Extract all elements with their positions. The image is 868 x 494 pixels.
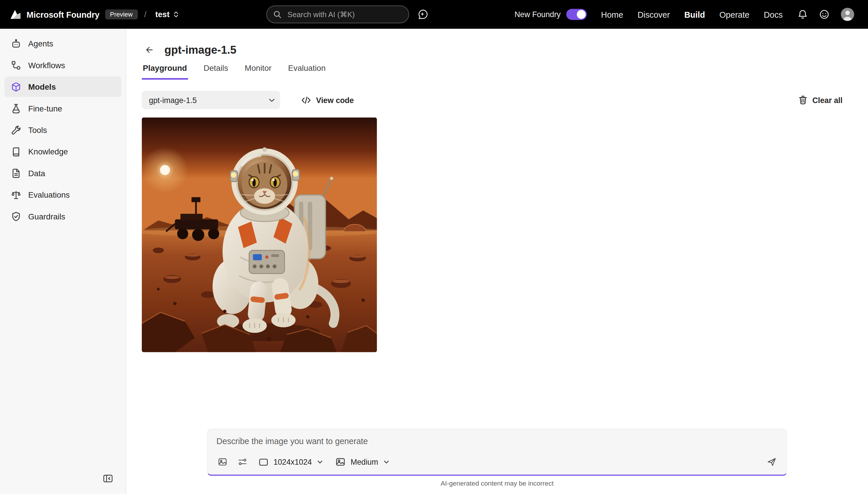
tab-details[interactable]: Details bbox=[202, 63, 229, 79]
chevron-down-icon bbox=[268, 95, 276, 104]
add-image-icon[interactable] bbox=[214, 454, 231, 470]
clear-all-label: Clear all bbox=[812, 95, 843, 104]
back-arrow-icon[interactable] bbox=[142, 42, 157, 57]
sidebar-item-label: Fine-tune bbox=[28, 104, 62, 113]
bell-icon[interactable] bbox=[796, 8, 809, 21]
topbar-center bbox=[267, 5, 431, 23]
feedback-icon[interactable] bbox=[817, 8, 831, 21]
sidebar: Agents Workflows Models bbox=[0, 29, 126, 494]
page-header: gpt-image-1.5 bbox=[142, 42, 868, 57]
topbar-action-icons bbox=[796, 6, 856, 23]
trash-icon bbox=[797, 95, 808, 105]
new-foundry-group: New Foundry bbox=[515, 9, 587, 20]
app-window: Microsoft Foundry Preview / test bbox=[0, 0, 868, 494]
sidebar-item-models[interactable]: Models bbox=[4, 76, 121, 97]
settings-sliders-icon[interactable] bbox=[234, 454, 251, 470]
tab-playground[interactable]: Playground bbox=[142, 63, 188, 79]
page-title: gpt-image-1.5 bbox=[164, 43, 236, 56]
project-name: test bbox=[155, 10, 170, 19]
brand-title: Microsoft Foundry bbox=[27, 10, 99, 19]
breadcrumb-separator: / bbox=[144, 10, 146, 19]
guardrails-icon bbox=[11, 211, 21, 222]
search-input[interactable] bbox=[286, 10, 403, 19]
tab-bar: Playground Details Monitor Evaluation bbox=[142, 63, 868, 79]
image-size-selector[interactable]: 1024x1024 bbox=[254, 454, 328, 470]
tab-monitor[interactable]: Monitor bbox=[244, 63, 273, 79]
composer-area: 1024x1024 bbox=[207, 429, 787, 487]
prompt-composer[interactable]: 1024x1024 bbox=[207, 429, 787, 476]
sidebar-item-label: Agents bbox=[28, 39, 53, 48]
nav-home[interactable]: Home bbox=[601, 10, 623, 19]
collapse-sidebar-icon[interactable] bbox=[100, 471, 116, 486]
image-quality-value: Medium bbox=[351, 457, 378, 467]
code-icon bbox=[300, 94, 312, 106]
tab-evaluation[interactable]: Evaluation bbox=[287, 63, 327, 79]
clear-all-button[interactable]: Clear all bbox=[794, 91, 846, 109]
chevron-down-icon bbox=[383, 458, 391, 466]
view-code-button[interactable]: View code bbox=[297, 91, 357, 109]
new-foundry-label: New Foundry bbox=[515, 10, 561, 19]
search-icon bbox=[273, 10, 282, 19]
aspect-ratio-icon bbox=[258, 456, 269, 467]
search-bar[interactable] bbox=[267, 5, 409, 23]
sidebar-item-knowledge[interactable]: Knowledge bbox=[4, 141, 121, 162]
generated-image[interactable] bbox=[142, 117, 377, 353]
sidebar-item-data[interactable]: Data bbox=[4, 163, 121, 184]
nav-build[interactable]: Build bbox=[684, 10, 705, 19]
fine-tune-icon bbox=[11, 103, 21, 114]
quality-icon bbox=[335, 456, 346, 467]
sidebar-item-agents[interactable]: Agents bbox=[4, 33, 121, 54]
view-code-label: View code bbox=[316, 95, 354, 104]
sidebar-item-tools[interactable]: Tools bbox=[4, 119, 121, 140]
preview-badge: Preview bbox=[105, 9, 138, 19]
main-content: gpt-image-1.5 Playground Details Monitor… bbox=[126, 29, 868, 494]
send-icon[interactable] bbox=[763, 454, 780, 470]
prompt-input[interactable] bbox=[208, 429, 787, 454]
data-icon bbox=[11, 168, 21, 178]
agents-icon bbox=[11, 38, 21, 49]
sidebar-item-label: Data bbox=[28, 169, 45, 178]
knowledge-icon bbox=[11, 146, 21, 157]
sidebar-item-label: Models bbox=[28, 82, 56, 91]
toggle-knob bbox=[577, 10, 586, 19]
model-select-value: gpt-image-1.5 bbox=[149, 95, 197, 104]
sidebar-item-fine-tune[interactable]: Fine-tune bbox=[4, 98, 121, 119]
foundry-logo-icon[interactable] bbox=[9, 8, 21, 21]
sidebar-item-guardrails[interactable]: Guardrails bbox=[4, 206, 121, 227]
sidebar-item-label: Evaluations bbox=[28, 190, 70, 199]
project-switcher-icon bbox=[172, 11, 180, 18]
ai-disclaimer: AI-generated content may be incorrect bbox=[207, 479, 787, 487]
topbar: Microsoft Foundry Preview / test bbox=[0, 0, 868, 29]
topbar-right: New Foundry Home Discover Build Operate … bbox=[515, 6, 856, 23]
nav-docs[interactable]: Docs bbox=[764, 10, 783, 19]
composer-controls: 1024x1024 bbox=[208, 454, 787, 475]
new-foundry-toggle[interactable] bbox=[566, 9, 587, 20]
project-breadcrumb[interactable]: test bbox=[153, 8, 182, 21]
sidebar-item-label: Guardrails bbox=[28, 212, 65, 221]
evaluations-icon bbox=[11, 189, 21, 200]
topbar-left: Microsoft Foundry Preview / test bbox=[9, 8, 182, 21]
sidebar-item-workflows[interactable]: Workflows bbox=[4, 55, 121, 75]
tools-icon bbox=[11, 124, 21, 135]
models-icon bbox=[11, 81, 21, 92]
image-size-value: 1024x1024 bbox=[274, 457, 312, 467]
sidebar-item-label: Tools bbox=[28, 126, 47, 134]
image-quality-selector[interactable]: Medium bbox=[331, 454, 394, 470]
sidebar-item-label: Workflows bbox=[28, 61, 65, 70]
model-select-dropdown[interactable]: gpt-image-1.5 bbox=[142, 91, 280, 109]
top-nav: Home Discover Build Operate Docs bbox=[601, 10, 783, 19]
sidebar-item-label: Knowledge bbox=[28, 147, 68, 156]
nav-discover[interactable]: Discover bbox=[638, 10, 670, 19]
sidebar-item-evaluations[interactable]: Evaluations bbox=[4, 184, 121, 205]
playground-toolbar: gpt-image-1.5 View code bbox=[142, 91, 846, 109]
copilot-icon[interactable] bbox=[416, 7, 431, 22]
nav-operate[interactable]: Operate bbox=[719, 10, 749, 19]
account-icon[interactable] bbox=[839, 6, 856, 23]
workflows-icon bbox=[11, 59, 21, 71]
chevron-down-icon bbox=[316, 458, 324, 466]
